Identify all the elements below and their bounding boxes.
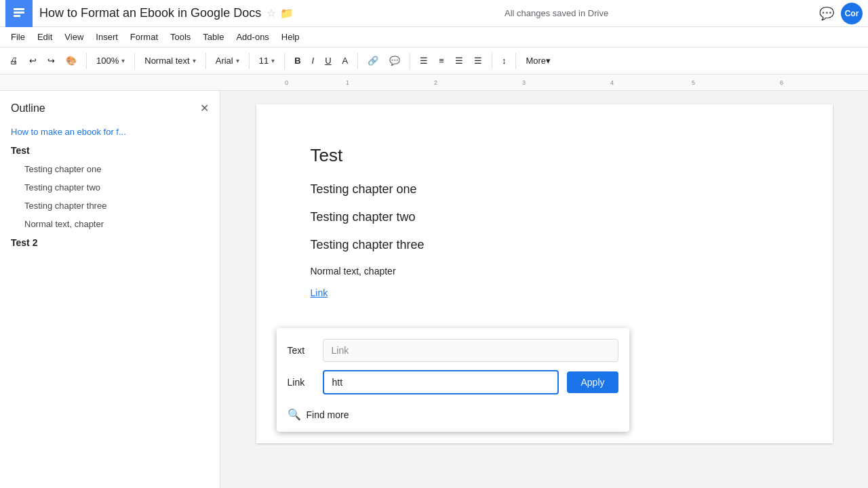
sidebar-item-0[interactable]: How to make an ebook for f... — [0, 123, 220, 141]
paint-format-btn[interactable]: 🎨 — [62, 51, 81, 71]
doc-page: Test Testing chapter one Testing chapter… — [256, 104, 833, 443]
sidebar-header: Outline ✕ — [0, 102, 220, 123]
more-label: More — [526, 56, 546, 66]
redo-btn[interactable]: ↪ — [43, 51, 59, 71]
bold-btn[interactable]: B — [290, 51, 304, 71]
more-arrow: ▾ — [546, 56, 551, 66]
print-btn[interactable]: 🖨 — [5, 51, 22, 71]
link-btn[interactable]: 🔗 — [363, 51, 382, 71]
doc-page-title: Test — [311, 145, 778, 166]
text-input[interactable] — [323, 339, 618, 362]
size-select[interactable]: 11 ▾ — [255, 51, 279, 71]
toolbar: 🖨 ↩ ↪ 🎨 100% ▾ Normal text ▾ Arial ▾ 11 … — [0, 47, 868, 75]
divider6 — [357, 53, 358, 69]
ruler-mark-0: 0 — [285, 79, 288, 86]
font-select[interactable]: Arial ▾ — [212, 51, 243, 71]
search-icon: 🔍 — [288, 408, 301, 421]
doc-link-text: Link — [311, 287, 778, 298]
doc-heading-1: Testing chapter one — [311, 182, 778, 197]
sidebar-item-6[interactable]: Test 2 — [0, 233, 220, 252]
font-arrow: ▾ — [236, 57, 239, 64]
more-btn[interactable]: More ▾ — [521, 51, 555, 71]
svg-rect-2 — [14, 15, 20, 17]
divider4 — [249, 53, 250, 69]
sidebar-close-btn[interactable]: ✕ — [200, 102, 209, 115]
divider1 — [86, 53, 87, 69]
menu-view[interactable]: View — [59, 30, 89, 44]
find-more-row[interactable]: 🔍 Find more — [288, 403, 618, 421]
link-popup-link-row: Link Apply — [288, 370, 618, 394]
ruler-mark-4: 4 — [610, 79, 614, 86]
divider2 — [134, 53, 135, 69]
style-value: Normal text — [144, 56, 189, 66]
divider8 — [492, 53, 492, 69]
italic-btn[interactable]: I — [308, 51, 319, 71]
zoom-value: 100% — [96, 56, 119, 66]
menu-table[interactable]: Table — [197, 30, 229, 44]
ruler-mark-6: 6 — [780, 79, 783, 86]
sidebar-title: Outline — [11, 102, 45, 115]
chat-icon[interactable]: 💬 — [819, 6, 834, 21]
line-spacing-btn[interactable]: ↕ — [498, 51, 511, 71]
align-center-btn[interactable]: ≡ — [435, 51, 448, 71]
divider3 — [205, 53, 206, 69]
sidebar-item-4[interactable]: Testing chapter three — [0, 197, 220, 215]
menu-bar: File Edit View Insert Format Tools Table… — [0, 27, 868, 47]
menu-file[interactable]: File — [5, 30, 31, 44]
underline-btn[interactable]: U — [321, 51, 335, 71]
font-value: Arial — [216, 56, 233, 66]
zoom-arrow: ▾ — [121, 57, 125, 64]
star-icon[interactable]: ☆ — [267, 7, 276, 20]
divider9 — [515, 53, 516, 69]
ruler: 0 1 2 3 4 5 6 — [0, 75, 868, 91]
app-icon[interactable] — [5, 0, 33, 27]
link-popup: Text Link Apply 🔍 Find more — [277, 328, 629, 432]
text-color-btn[interactable]: A — [338, 51, 353, 71]
size-arrow: ▾ — [271, 57, 275, 64]
doc-area[interactable]: Test Testing chapter one Testing chapter… — [220, 91, 868, 488]
find-more-label: Find more — [307, 409, 349, 420]
sidebar-item-5[interactable]: Normal text, chapter — [0, 215, 220, 233]
user-avatar[interactable]: Cor — [841, 3, 863, 24]
text-label: Text — [288, 345, 315, 356]
menu-edit[interactable]: Edit — [32, 30, 58, 44]
doc-link[interactable]: Link — [311, 287, 328, 298]
ruler-mark-5: 5 — [692, 79, 695, 86]
outline-sidebar: Outline ✕ How to make an ebook for f... … — [0, 91, 220, 488]
zoom-select[interactable]: 100% ▾ — [92, 51, 129, 71]
folder-icon[interactable]: 📁 — [280, 7, 294, 20]
saved-status: All changes saved in Drive — [505, 8, 608, 18]
align-left-btn[interactable]: ☰ — [416, 51, 432, 71]
undo-btn[interactable]: ↩ — [25, 51, 41, 71]
divider7 — [410, 53, 410, 69]
style-arrow: ▾ — [193, 57, 196, 64]
doc-heading-2: Testing chapter two — [311, 210, 778, 224]
menu-insert[interactable]: Insert — [90, 30, 123, 44]
link-input[interactable] — [323, 370, 559, 394]
svg-rect-0 — [14, 8, 24, 10]
apply-button[interactable]: Apply — [567, 371, 618, 393]
link-popup-text-row: Text — [288, 339, 618, 362]
menu-addons[interactable]: Add-ons — [231, 30, 274, 44]
svg-rect-1 — [14, 12, 24, 14]
justify-btn[interactable]: ☰ — [470, 51, 486, 71]
doc-heading-3: Testing chapter three — [311, 238, 778, 252]
sidebar-item-1[interactable]: Test — [0, 141, 220, 160]
sidebar-item-2[interactable]: Testing chapter one — [0, 160, 220, 178]
style-select[interactable]: Normal text ▾ — [140, 51, 199, 71]
main-layout: Outline ✕ How to make an ebook for f... … — [0, 91, 868, 488]
top-bar: How to Format an Ebook in Google Docs ☆ … — [0, 0, 868, 27]
ruler-mark-3: 3 — [522, 79, 526, 86]
ruler-mark-1: 1 — [346, 79, 349, 86]
menu-tools[interactable]: Tools — [165, 30, 196, 44]
menu-help[interactable]: Help — [276, 30, 305, 44]
comment-btn[interactable]: 💬 — [385, 51, 404, 71]
link-label: Link — [288, 377, 315, 388]
align-right-btn[interactable]: ☰ — [451, 51, 467, 71]
doc-title: How to Format an Ebook in Google Docs — [39, 6, 261, 20]
doc-normal-text: Normal text, chapter — [311, 266, 778, 277]
divider5 — [284, 53, 285, 69]
sidebar-item-3[interactable]: Testing chapter two — [0, 178, 220, 197]
menu-format[interactable]: Format — [125, 30, 163, 44]
ruler-mark-2: 2 — [434, 79, 437, 86]
